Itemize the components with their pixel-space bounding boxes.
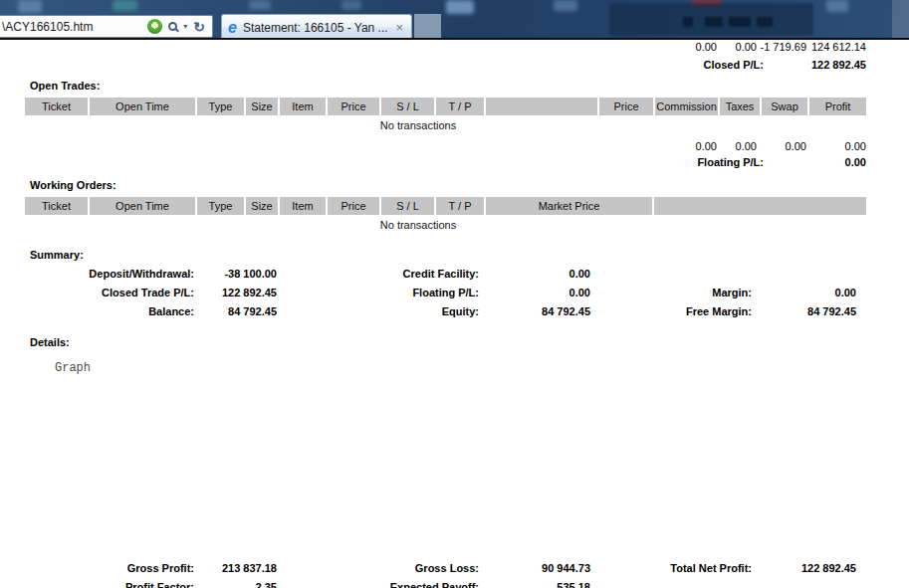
stats-label-expected-payoff: Expected Payoff: — [320, 581, 479, 588]
search-icon[interactable] — [168, 22, 177, 31]
summary-value-free-margin: 84 792.45 — [737, 305, 856, 317]
details-title: Details: — [30, 336, 70, 348]
closed-total-profit: 124 612.14 — [757, 41, 866, 53]
working-orders-header-row: Ticket Open Time Type Size Item Price S … — [25, 197, 866, 215]
column-header-close-price: Price — [599, 98, 653, 115]
stats-label-gross-loss: Gross Loss: — [320, 562, 479, 574]
open-trades-empty-message: No transactions — [25, 119, 811, 131]
summary-value-margin: 0.00 — [737, 287, 856, 298]
browser-window: \ACY166105.htm ▾ ↻ e Statement: 166105 -… — [0, 0, 909, 588]
summary-row: Closed Trade P/L: 122 892.45 Floating P/… — [0, 287, 909, 300]
statement-page: 0.00 0.00 -1 719.69 124 612.14 Closed P/… — [0, 40, 909, 588]
closed-pl-label: Closed P/L: — [614, 59, 764, 71]
address-url[interactable]: \ACY166105.htm — [0, 20, 147, 34]
tab-title: Statement: 166105 - Yan ... — [243, 21, 388, 35]
summary-label-floating-pl: Floating P/L: — [320, 287, 479, 298]
column-header-size: Size — [246, 98, 278, 115]
refresh-icon[interactable]: ↻ — [193, 20, 205, 34]
background-window-glass — [609, 3, 813, 36]
column-header-size: Size — [246, 197, 278, 215]
column-header-tp: T / P — [436, 98, 484, 115]
stats-row: Profit Factor: 2.35 Expected Payoff: 535… — [0, 581, 909, 588]
summary-value-credit: 0.00 — [481, 268, 590, 280]
column-header-blank — [654, 197, 866, 215]
window-edge-highlight — [892, 0, 909, 38]
summary-label-equity: Equity: — [320, 305, 479, 317]
working-orders-empty-message: No transactions — [25, 219, 811, 231]
stats-label-total-net-profit: Total Net Profit: — [602, 562, 752, 574]
summary-row: Balance: 84 792.45 Equity: 84 792.45 Fre… — [0, 305, 909, 319]
working-orders-title: Working Orders: — [30, 179, 116, 191]
column-header-tp: T / P — [436, 197, 484, 215]
column-header-item: Item — [280, 197, 326, 215]
stats-row: Gross Profit: 213 837.18 Gross Loss: 90 … — [0, 562, 909, 576]
column-header-open-time: Open Time — [90, 98, 195, 115]
floating-pl-row: Floating P/L: 0.00 — [0, 156, 909, 170]
summary-label-credit: Credit Facility: — [320, 268, 479, 280]
closed-totals-row: 0.00 0.00 -1 719.69 124 612.14 — [0, 41, 909, 54]
column-header-price: Price — [328, 197, 379, 215]
column-header-item: Item — [280, 98, 326, 115]
open-trades-title: Open Trades: — [30, 80, 100, 92]
search-dropdown-icon[interactable]: ▾ — [183, 23, 187, 31]
closed-pl-row: Closed P/L: 122 892.45 — [0, 59, 909, 73]
open-trades-header-row: Ticket Open Time Type Size Item Price S … — [25, 98, 866, 115]
column-header-sl: S / L — [381, 197, 434, 215]
browser-tab[interactable]: e Statement: 166105 - Yan ... × — [221, 14, 412, 40]
summary-label-free-margin: Free Margin: — [602, 305, 752, 317]
column-header-open-time: Open Time — [90, 197, 195, 215]
column-header-type: Type — [197, 98, 244, 115]
compatibility-view-icon[interactable] — [147, 19, 162, 34]
stats-value-profit-factor: 2.35 — [167, 581, 277, 588]
floating-total-profit: 0.00 — [757, 140, 866, 152]
stats-value-expected-payoff: 535.18 — [481, 581, 590, 588]
column-header-sl: S / L — [381, 98, 434, 115]
column-header-ticket: Ticket — [25, 197, 88, 215]
ie-icon: e — [228, 20, 237, 36]
summary-value-floating-pl: 0.00 — [481, 287, 590, 298]
column-header-ticket: Ticket — [25, 98, 88, 115]
column-header-blank — [486, 98, 597, 115]
summary-row: Deposit/Withdrawal: -38 100.00 Credit Fa… — [0, 268, 909, 282]
floating-pl-value: 0.00 — [747, 156, 866, 168]
stats-value-total-net-profit: 122 892.45 — [737, 562, 856, 574]
summary-value-deposit: -38 100.00 — [167, 268, 277, 280]
column-header-price: Price — [328, 98, 379, 115]
address-bar[interactable]: \ACY166105.htm ▾ ↻ — [0, 15, 213, 38]
closed-pl-value: 122 892.45 — [747, 59, 866, 71]
stats-value-gross-profit: 213 837.18 — [167, 562, 277, 574]
browser-chrome: \ACY166105.htm ▾ ↻ e Statement: 166105 -… — [0, 0, 909, 40]
floating-pl-label: Floating P/L: — [614, 156, 764, 168]
new-tab-button[interactable] — [414, 14, 441, 40]
summary-value-equity: 84 792.45 — [481, 305, 590, 317]
stats-value-gross-loss: 90 944.73 — [481, 562, 590, 574]
graph-broken-image-alt: Graph — [55, 361, 91, 375]
floating-totals-row: 0.00 0.00 0.00 0.00 — [0, 140, 909, 153]
summary-value-closed-pl: 122 892.45 — [167, 287, 277, 298]
tab-close-icon[interactable]: × — [393, 20, 405, 35]
column-header-swap: Swap — [762, 98, 807, 115]
column-header-type: Type — [197, 197, 244, 215]
column-header-commission: Commission — [655, 98, 718, 115]
column-header-profit: Profit — [809, 98, 866, 115]
column-header-market-price: Market Price — [486, 197, 652, 215]
column-header-taxes: Taxes — [720, 98, 760, 115]
summary-value-balance: 84 792.45 — [167, 305, 277, 317]
summary-label-margin: Margin: — [602, 287, 752, 298]
summary-title: Summary: — [30, 249, 84, 261]
